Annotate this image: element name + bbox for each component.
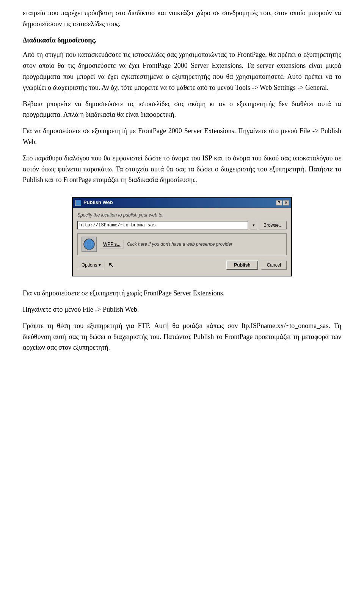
dialog-container: Publish Web ? ✕ Specify the location to …: [23, 197, 341, 276]
dialog-wpp-text: Click here if you don't have a web prese…: [127, 241, 232, 248]
paragraph-1-text: εταιρεία που παρέχει πρόσβαση στο διαδίκ…: [23, 9, 341, 28]
main-content: εταιρεία που παρέχει πρόσβαση στο διαδίκ…: [23, 8, 341, 353]
dialog-browse-button[interactable]: Browse...: [259, 221, 287, 229]
dialog-bottom-row: Options ▾ ↖ Publish Cancel: [77, 259, 287, 271]
paragraph-4-text: Για να δημοσιεύσετε σε εξυπηρετητή με Fr…: [23, 127, 341, 146]
paragraph-5: Στο παράθυρο διαλόγου που θα εμφανιστεί …: [23, 153, 341, 185]
paragraph-4: Για να δημοσιεύσετε σε εξυπηρετητή με Fr…: [23, 126, 341, 148]
wpp-globe-icon: [82, 237, 96, 251]
paragraph-2: Από τη στιγμή που κατασκευάσατε τις ιστο…: [23, 49, 341, 93]
paragraph-8-text: Γράψτε τη θέση του εξυπηρετητή για FTP. …: [23, 322, 341, 352]
paragraph-6: Για να δημοσιεύσετε σε εξυπηρετητή χωρίς…: [23, 288, 341, 299]
paragraph-6-text: Για να δημοσιεύσετε σε εξυπηρετητή χωρίς…: [23, 289, 224, 297]
dialog-options-button[interactable]: Options ▾: [77, 261, 105, 269]
dialog-titlebar: Publish Web ? ✕: [73, 198, 291, 208]
dialog-close-button[interactable]: ✕: [283, 200, 289, 206]
dialog-wpp-row: WPP's... Click here if you don't have a …: [77, 233, 287, 255]
dialog-titlebar-icon: [75, 200, 81, 206]
dialog-publish-button[interactable]: Publish: [226, 261, 258, 270]
dialog-wpp-button[interactable]: WPP's...: [100, 240, 124, 248]
dialog-help-button[interactable]: ?: [276, 200, 282, 206]
dialog-action-buttons: Publish Cancel: [226, 261, 287, 270]
dialog-url-row: http://ISPname/~to_bnoma_sas ▼ Browse...: [77, 221, 287, 229]
wpp-icon: [82, 237, 97, 252]
dialog-cancel-button[interactable]: Cancel: [261, 261, 287, 270]
paragraph-3: Βέβαια μπορείτε να δημοσιεύσετε τις ιστο…: [23, 99, 341, 121]
dialog-title: Publish Web: [83, 199, 113, 207]
dialog-titlebar-left: Publish Web: [75, 199, 113, 207]
paragraph-5-text: Στο παράθυρο διαλόγου που θα εμφανιστεί …: [23, 154, 341, 184]
paragraph-1: εταιρεία που παρέχει πρόσβαση στο διαδίκ…: [23, 8, 341, 30]
dialog-url-input[interactable]: http://ISPname/~to_bnoma_sas: [77, 221, 248, 229]
paragraph-3-text: Βέβαια μπορείτε να δημοσιεύσετε τις ιστο…: [23, 100, 341, 119]
dialog-url-dropdown[interactable]: ▼: [250, 221, 257, 229]
paragraph-8: Γράψτε τη θέση του εξυπηρετητή για FTP. …: [23, 320, 341, 353]
publish-web-dialog: Publish Web ? ✕ Specify the location to …: [72, 197, 292, 276]
dialog-body: Specify the location to publish your web…: [73, 208, 291, 276]
paragraph-2-text: Από τη στιγμή που κατασκευάσατε τις ιστο…: [23, 51, 341, 91]
dialog-instruction-label: Specify the location to publish your web…: [77, 212, 287, 219]
paragraph-7-text: Πηγαίνετε στο μενού File -> Publish Web.: [23, 306, 139, 313]
paragraph-7: Πηγαίνετε στο μενού File -> Publish Web.: [23, 304, 341, 315]
dialog-titlebar-buttons: ? ✕: [276, 200, 289, 206]
section-title: Διαδικασία δημοσίευσης.: [23, 35, 341, 46]
cursor-indicator: ↖: [108, 259, 115, 271]
